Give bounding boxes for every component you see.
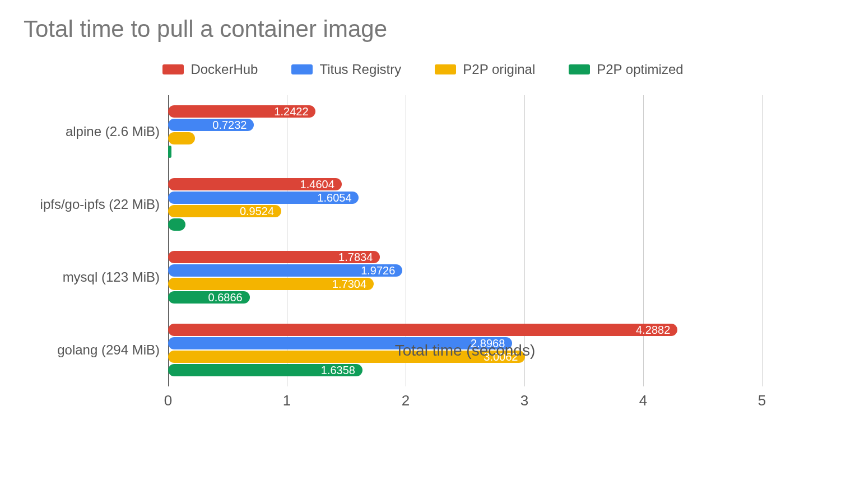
- chart-title: Total time to pull a container image: [24, 16, 387, 43]
- bar: 1.6358: [168, 364, 362, 376]
- bar-value-label: 0.7232: [212, 119, 247, 131]
- bar: 0.9524: [168, 205, 281, 217]
- y-tick-label: mysql (123 MiB): [14, 269, 160, 285]
- x-tick-label: 4: [639, 392, 647, 409]
- bar-value-label: 0.6866: [208, 291, 243, 304]
- category-group: mysql (123 MiB)1.78341.97261.73040.6866: [168, 251, 762, 304]
- y-tick-label: alpine (2.6 MiB): [14, 124, 160, 139]
- bar-value-label: 1.4604: [300, 178, 334, 190]
- chart: Total time to pull a container image Doc…: [0, 0, 846, 504]
- category-group: alpine (2.6 MiB)1.24220.72322250.029: [168, 105, 762, 158]
- legend-item-titus: Titus Registry: [291, 62, 401, 77]
- bar-value-label: 1.7304: [332, 278, 366, 290]
- bar: 1.2422: [168, 105, 315, 118]
- bar: 0.029: [168, 146, 171, 158]
- legend-label: Titus Registry: [319, 62, 401, 77]
- legend-item-p2p-optimized: P2P optimized: [569, 62, 683, 77]
- bar-value-label: 1.9726: [361, 264, 395, 277]
- swatch-icon: [569, 64, 590, 74]
- x-tick-label: 5: [758, 392, 766, 409]
- x-tick-label: 0: [164, 392, 172, 409]
- y-tick-label: ipfs/go-ipfs (22 MiB): [14, 197, 160, 212]
- bar: 1.4604: [168, 178, 342, 190]
- legend: DockerHub Titus Registry P2P original P2…: [0, 62, 846, 77]
- bar-value-label: 1.7834: [338, 251, 373, 263]
- bar-value-label: 4.2882: [636, 324, 670, 336]
- x-axis-label: Total time (seconds): [168, 342, 762, 360]
- bar-value-label: 1.6054: [317, 192, 351, 204]
- bar: 225: [168, 132, 195, 144]
- bar-value-label: 225: [198, 132, 217, 144]
- legend-item-dockerhub: DockerHub: [162, 62, 258, 77]
- legend-item-p2p-original: P2P original: [435, 62, 535, 77]
- bar: 0.1484: [168, 218, 185, 231]
- bar: 1.9726: [168, 264, 402, 277]
- x-tick-label: 1: [283, 392, 291, 409]
- legend-label: P2P optimized: [597, 62, 683, 77]
- x-tick-label: 2: [402, 392, 410, 409]
- bar: 4.2882: [168, 324, 677, 336]
- bar: 0.6866: [168, 291, 250, 304]
- bar: 1.7834: [168, 251, 380, 263]
- bar-value-label: 1.6358: [321, 364, 355, 376]
- bar: 1.7304: [168, 278, 374, 290]
- bar: 1.6054: [168, 192, 359, 204]
- legend-label: P2P original: [463, 62, 535, 77]
- swatch-icon: [435, 64, 456, 74]
- bar: 0.7232: [168, 119, 254, 131]
- x-tick-label: 3: [520, 392, 528, 409]
- bar-value-label: 0.029: [175, 146, 203, 158]
- bar-value-label: 0.1484: [189, 218, 223, 231]
- category-group: ipfs/go-ipfs (22 MiB)1.46041.60540.95240…: [168, 178, 762, 231]
- bar-value-label: 1.2422: [274, 105, 308, 118]
- gridline: [762, 95, 763, 386]
- y-tick-label: golang (294 MiB): [14, 342, 160, 358]
- swatch-icon: [291, 64, 313, 74]
- swatch-icon: [162, 64, 184, 74]
- bar-value-label: 0.9524: [240, 205, 274, 217]
- legend-label: DockerHub: [190, 62, 258, 77]
